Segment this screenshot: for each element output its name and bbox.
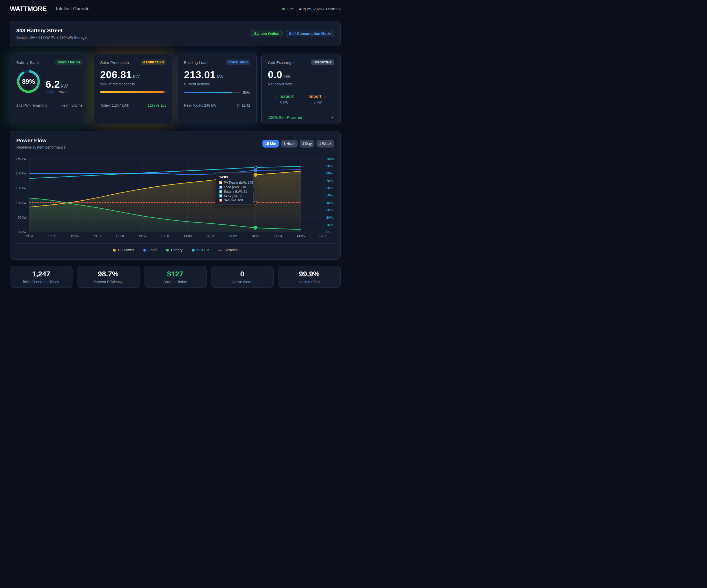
- svg-text:200 kW: 200 kW: [16, 172, 26, 175]
- svg-text:14:02: 14:02: [229, 234, 237, 238]
- svg-text:13:55: 13:55: [48, 234, 56, 238]
- svg-text:0 kW: 0 kW: [20, 230, 27, 234]
- svg-text:150 kW: 150 kW: [16, 186, 26, 190]
- svg-text:13:56: 13:56: [71, 234, 79, 238]
- svg-text:13:60: 13:60: [161, 234, 169, 238]
- svg-text:14:04: 14:04: [274, 234, 282, 238]
- svg-text:0%: 0%: [326, 230, 331, 234]
- svg-text:14:01: 14:01: [206, 234, 214, 238]
- svg-text:14:03: 14:03: [251, 234, 259, 238]
- svg-text:80%: 80%: [326, 172, 333, 175]
- svg-text:14:06: 14:06: [319, 234, 327, 238]
- svg-text:10%: 10%: [326, 223, 333, 227]
- svg-text:13:58: 13:58: [116, 234, 124, 238]
- svg-text:13:57: 13:57: [93, 234, 101, 238]
- svg-text:14:00: 14:00: [183, 234, 192, 238]
- svg-text:60%: 60%: [326, 186, 333, 190]
- svg-text:14:05: 14:05: [297, 234, 305, 238]
- svg-text:20%: 20%: [326, 216, 333, 220]
- svg-text:100 kW: 100 kW: [16, 201, 26, 205]
- svg-text:70%: 70%: [326, 179, 333, 183]
- svg-text:30%: 30%: [326, 208, 333, 212]
- svg-text:40%: 40%: [326, 201, 333, 205]
- svg-text:13:54: 13:54: [25, 234, 33, 238]
- svg-text:250 kW: 250 kW: [16, 157, 26, 161]
- svg-text:100%: 100%: [326, 157, 335, 161]
- svg-text:50%: 50%: [326, 194, 333, 197]
- svg-text:13:59: 13:59: [138, 234, 146, 238]
- svg-text:90%: 90%: [326, 164, 333, 168]
- svg-text:50 kW: 50 kW: [18, 216, 27, 220]
